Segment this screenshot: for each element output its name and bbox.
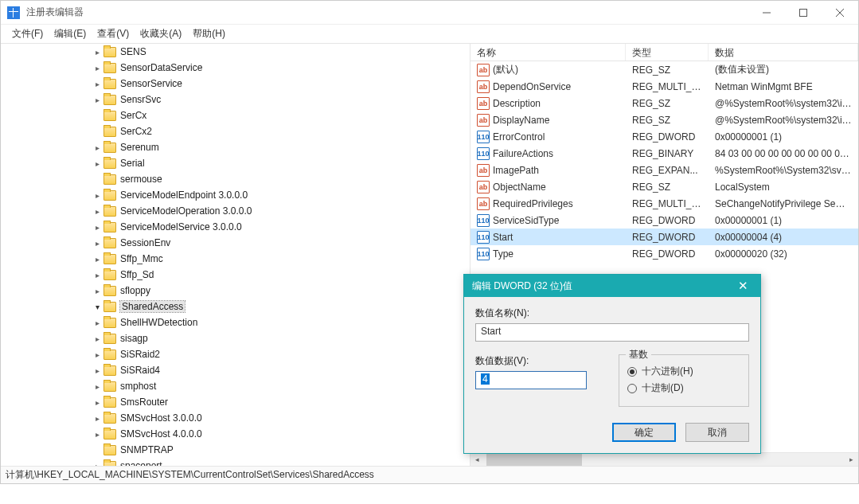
tree-item-smphost[interactable]: ▸smphost [1,378,470,394]
radio-hex[interactable] [627,367,637,377]
h-scroll-left[interactable]: ◂ [470,453,484,467]
folder-icon [103,190,116,201]
radio-hex-row[interactable]: 十六进制(H) [627,365,740,378]
tree-label: SiSRaid4 [120,365,160,376]
tree-item-sisagp[interactable]: ▸sisagp [1,330,470,346]
value-data: @%SystemRoot%\system32\ipnathlp.dll,-... [709,98,858,109]
expand-icon[interactable]: ▸ [92,365,102,375]
close-button[interactable] [822,1,858,25]
cancel-button[interactable]: 取消 [685,423,749,442]
tree-item-sisraid4[interactable]: ▸SiSRaid4 [1,362,470,378]
expand-icon[interactable]: ▸ [92,254,102,264]
tree-label: spaceport [120,460,162,466]
h-scrollbar[interactable]: ◂ ▸ [470,452,858,466]
expand-icon[interactable]: ▸ [92,143,102,152]
maximize-button[interactable] [785,1,822,25]
radio-dec-row[interactable]: 十进制(D) [627,381,740,395]
tree-item-smsrouter[interactable]: ▸SmsRouter [1,394,470,410]
tree-item-sensrsvc[interactable]: ▸SensrSvc [1,92,470,107]
expand-icon[interactable]: ▸ [92,461,102,466]
value-row[interactable]: 110StartREG_DWORD0x00000004 (4) [470,229,858,245]
tree-item-sercx[interactable]: SerCx [1,107,470,123]
tree-item-spaceport[interactable]: ▸spaceport [1,458,470,466]
tree-item-sisraid2[interactable]: ▸SiSRaid2 [1,346,470,362]
expand-icon[interactable]: ▸ [92,206,102,216]
tree-item-sensorservice[interactable]: ▸SensorService [1,76,470,92]
expand-icon[interactable]: ▸ [92,413,102,423]
value-row[interactable]: ab(默认)REG_SZ(数值未设置) [470,61,858,78]
tree-item-smsvchost-3-0-0-0[interactable]: ▸SMSvcHost 3.0.0.0 [1,410,470,426]
menu-help[interactable]: 帮助(H) [188,25,230,42]
tree-label: Serial [120,158,145,169]
expand-icon[interactable]: ▸ [92,286,102,295]
values-header: 名称 类型 数据 [470,44,858,61]
minimize-button[interactable] [748,1,785,25]
tree-item-smsvchost-4-0-0-0[interactable]: ▸SMSvcHost 4.0.0.0 [1,426,470,442]
expand-icon[interactable]: ▸ [92,334,102,343]
expand-icon[interactable]: ▸ [92,222,102,232]
menu-file[interactable]: 文件(F) [7,25,48,42]
tree-item-serenum[interactable]: ▸Serenum [1,139,470,155]
ok-button[interactable]: 确定 [612,423,676,442]
expand-icon[interactable]: ▾ [92,302,102,311]
expand-icon[interactable]: ▸ [92,429,102,439]
menu-edit[interactable]: 编辑(E) [49,25,91,42]
tree-item-serial[interactable]: ▸Serial [1,155,470,171]
expand-icon[interactable]: ▸ [92,350,102,359]
col-header-type[interactable]: 类型 [626,44,709,61]
tree-item-servicemodeloperation-3-0-0-0[interactable]: ▸ServiceModelOperation 3.0.0.0 [1,203,470,219]
col-header-data[interactable]: 数据 [709,44,858,61]
value-row[interactable]: abDescriptionREG_SZ@%SystemRoot%\system3… [470,95,858,111]
tree-item-sens[interactable]: ▸SENS [1,44,470,60]
value-row[interactable]: abRequiredPrivilegesREG_MULTI_SZSeChange… [470,195,858,212]
expand-icon[interactable]: ▸ [92,95,102,104]
binary-value-icon: 110 [477,131,490,143]
expand-icon[interactable]: ▸ [92,318,102,327]
tree-item-sffp-mmc[interactable]: ▸Sffp_Mmc [1,251,470,267]
expand-icon[interactable]: ▸ [92,79,102,88]
tree-item-sercx2[interactable]: SerCx2 [1,123,470,139]
value-row[interactable]: 110TypeREG_DWORD0x00000020 (32) [470,245,858,262]
expand-icon[interactable]: ▸ [92,190,102,200]
value-type: REG_SZ [626,182,709,193]
value-data-label: 数值数据(V): [475,354,595,368]
folder-icon [103,238,116,248]
value-name: ServiceSidType [493,215,559,226]
expand-icon[interactable]: ▸ [92,63,102,72]
value-row[interactable]: abDisplayNameREG_SZ@%SystemRoot%\system3… [470,111,858,128]
tree-item-servicemodelendpoint-3-0-0-0[interactable]: ▸ServiceModelEndpoint 3.0.0.0 [1,187,470,203]
tree-item-sensordataservice[interactable]: ▸SensorDataService [1,60,470,76]
value-row[interactable]: abObjectNameREG_SZLocalSystem [470,178,858,195]
value-name-field[interactable]: Start [475,323,749,342]
expand-icon[interactable]: ▸ [92,381,102,391]
value-row[interactable]: 110ErrorControlREG_DWORD0x00000001 (1) [470,128,858,145]
menu-view[interactable]: 查看(V) [92,25,134,42]
tree-item-shellhwdetection[interactable]: ▸ShellHWDetection [1,315,470,330]
value-row[interactable]: abDependOnServiceREG_MULTI_SZNetman WinM… [470,78,858,95]
value-data-field[interactable]: 4 [475,371,587,389]
tree-item-sessionenv[interactable]: ▸SessionEnv [1,235,470,251]
tree-item-sfloppy[interactable]: ▸sfloppy [1,283,470,299]
value-row[interactable]: 110ServiceSidTypeREG_DWORD0x00000001 (1) [470,212,858,229]
tree-item-sharedaccess[interactable]: ▾SharedAccess [1,299,470,315]
dialog-close-button[interactable]: ✕ [733,276,752,295]
value-row[interactable]: abImagePathREG_EXPAN...%SystemRoot%\Syst… [470,162,858,178]
svg-rect-1 [800,9,807,16]
menu-favorites[interactable]: 收藏夹(A) [135,25,186,42]
tree-item-sermouse[interactable]: sermouse [1,171,470,187]
tree-scroll[interactable]: ▸SENS▸SensorDataService▸SensorService▸Se… [1,44,470,466]
expand-icon[interactable]: ▸ [92,270,102,279]
expand-icon[interactable]: ▸ [92,158,102,168]
h-scroll-right[interactable]: ▸ [845,453,858,467]
tree-item-sffp-sd[interactable]: ▸Sffp_Sd [1,267,470,283]
tree-item-snmptrap[interactable]: SNMPTRAP [1,442,470,458]
expand-icon[interactable]: ▸ [92,397,102,407]
h-scroll-thumb[interactable] [486,454,582,466]
value-row[interactable]: 110FailureActionsREG_BINARY84 03 00 00 0… [470,145,858,162]
col-header-name[interactable]: 名称 [470,44,626,61]
expand-icon[interactable]: ▸ [92,47,102,57]
tree-item-servicemodelservice-3-0-0-0[interactable]: ▸ServiceModelService 3.0.0.0 [1,219,470,235]
expand-icon[interactable]: ▸ [92,238,102,248]
dialog-titlebar[interactable]: 编辑 DWORD (32 位)值 ✕ [464,275,760,297]
radio-dec[interactable] [627,384,637,393]
